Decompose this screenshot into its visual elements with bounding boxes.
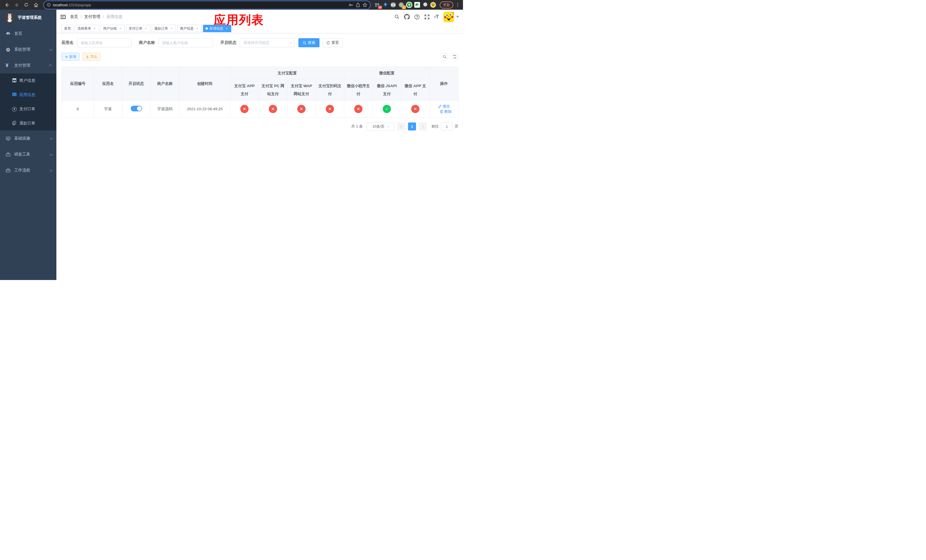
- col-wx-jsapi: 微信 JSAPI 支付: [373, 80, 401, 101]
- browser-home-button[interactable]: [32, 1, 40, 9]
- cell-status: [122, 101, 151, 118]
- download-icon: [86, 55, 89, 58]
- sidebar-item-home[interactable]: 首页: [0, 26, 56, 42]
- search-icon[interactable]: [394, 14, 399, 20]
- sidebar-item-label: 研发工具: [14, 152, 50, 157]
- sidebar-menu: 首页 系统管理 支付管理 商户信息: [0, 26, 56, 178]
- sidebar-collapse-icon[interactable]: [61, 15, 66, 20]
- extension-kite-icon[interactable]: [382, 2, 388, 8]
- extension-chat-icon[interactable]: [414, 2, 420, 8]
- profile-emoji-avatar[interactable]: [430, 2, 436, 8]
- info-icon[interactable]: [47, 3, 51, 7]
- help-icon[interactable]: [414, 14, 420, 20]
- user-avatar-menu[interactable]: [443, 12, 459, 22]
- document-copy-icon: [12, 121, 20, 126]
- sidebar-item-label: 商户信息: [20, 78, 35, 83]
- breadcrumb-separator: /: [80, 15, 82, 19]
- search-button[interactable]: 搜索: [298, 38, 319, 47]
- browser-back-button[interactable]: [3, 1, 11, 9]
- status-toggle[interactable]: [131, 106, 142, 111]
- tab-user-group[interactable]: 用户分组: [100, 25, 125, 32]
- sidebar-item-dev-tools[interactable]: 研发工具: [0, 147, 56, 162]
- bookmark-star-icon[interactable]: [363, 3, 367, 8]
- sidebar-item-merchant-info[interactable]: 商户信息: [0, 74, 56, 88]
- close-icon[interactable]: [118, 27, 122, 30]
- extension-command-icon[interactable]: [390, 2, 396, 8]
- toggle-search-button[interactable]: [441, 53, 448, 61]
- sidebar-item-infrastructure[interactable]: 基础设施: [0, 130, 56, 147]
- goto-page-input[interactable]: [441, 123, 452, 130]
- col-created: 创建时间: [179, 67, 230, 101]
- refresh-icon: [326, 41, 330, 45]
- sidebar-item-payment[interactable]: 支付管理: [0, 58, 56, 74]
- filter-form: 应用名 商户名称 开启状态 请选择开启状态 搜索 重置: [62, 38, 458, 47]
- sidebar-item-pay-orders[interactable]: 支付订单: [0, 102, 56, 116]
- status-select[interactable]: 请选择开启状态: [240, 38, 294, 47]
- font-size-icon[interactable]: [434, 14, 439, 20]
- extension-y-icon[interactable]: [406, 2, 412, 8]
- sidebar-item-label: 系统管理: [14, 47, 50, 52]
- add-button[interactable]: 新增: [62, 53, 79, 61]
- next-page-button[interactable]: [419, 123, 427, 130]
- app-name-input[interactable]: [77, 38, 132, 47]
- fullscreen-icon[interactable]: [424, 14, 430, 20]
- password-key-icon[interactable]: [348, 3, 353, 8]
- browser-forward-button[interactable]: [12, 1, 21, 9]
- group-wechat-config: 微信配置: [344, 67, 430, 80]
- tab-pay-orders[interactable]: 支付订单: [126, 25, 150, 32]
- cell-alipay-wap: [287, 101, 316, 118]
- browser-update-button[interactable]: 更新: [440, 2, 453, 9]
- avatar-caret-icon[interactable]: [456, 16, 459, 18]
- tab-home[interactable]: 首页: [62, 25, 73, 32]
- browser-reload-button[interactable]: [22, 1, 30, 9]
- url-bar[interactable]: localhost:1024/pay/app: [44, 1, 370, 9]
- sidebar-item-workflow[interactable]: 工作流程: [0, 162, 56, 178]
- url-text[interactable]: localhost:1024/pay/app: [53, 3, 346, 7]
- page-number-1[interactable]: 1: [408, 123, 416, 130]
- page-size-select[interactable]: 10条/页: [367, 123, 394, 130]
- export-button[interactable]: 导出: [82, 53, 100, 61]
- sidebar-item-refund-orders[interactable]: 退款订单: [0, 116, 56, 130]
- close-icon[interactable]: [93, 27, 97, 30]
- col-wx-app: 微信 APP 支付: [401, 80, 430, 101]
- extension-blocks-icon[interactable]: 10: [374, 2, 380, 8]
- cell-wx-lite: [344, 101, 373, 118]
- refresh-table-button[interactable]: [451, 53, 458, 61]
- prev-page-button[interactable]: [397, 123, 405, 130]
- chevron-down-icon: [50, 48, 53, 51]
- tab-merchant-info[interactable]: 商户信息: [177, 25, 201, 32]
- extension-camera-icon[interactable]: 1: [398, 2, 404, 8]
- breadcrumb-home[interactable]: 首页: [70, 14, 78, 20]
- sidebar-item-system[interactable]: 系统管理: [0, 42, 56, 58]
- delete-link[interactable]: 删除: [440, 109, 452, 114]
- browser-menu-icon[interactable]: [455, 3, 460, 7]
- col-alipay-wap: 支付宝 WAP 网站支付: [287, 80, 316, 101]
- breadcrumb-payment[interactable]: 支付管理: [84, 14, 100, 20]
- chevron-down-icon: [50, 168, 53, 171]
- table-toolbar: 新增 导出: [62, 53, 458, 61]
- monitor-chart-icon: [6, 136, 12, 141]
- sidebar-item-app-info[interactable]: 应用信息: [0, 88, 56, 102]
- edit-link[interactable]: 修改: [438, 104, 450, 109]
- status-check-icon: [383, 105, 391, 113]
- close-icon[interactable]: [144, 27, 148, 30]
- col-status: 开启状态: [122, 67, 151, 101]
- goto-page: 前往 页: [431, 123, 458, 130]
- share-icon[interactable]: [356, 3, 360, 7]
- tab-process-form[interactable]: 流程表单: [75, 25, 99, 32]
- reset-button[interactable]: 重置: [322, 38, 343, 47]
- annotation-app-list: 应用列表: [214, 12, 264, 28]
- back-arrow-icon: [5, 3, 9, 8]
- forward-arrow-icon: [14, 3, 19, 8]
- close-icon[interactable]: [170, 27, 173, 30]
- refresh-icon: [453, 55, 457, 59]
- user-avatar[interactable]: [443, 12, 454, 22]
- extensions-puzzle-icon[interactable]: [422, 2, 428, 8]
- sidebar-logo[interactable]: 芋道管理系统: [0, 10, 56, 26]
- tab-refund-orders[interactable]: 退款订单: [152, 25, 176, 32]
- merchant-name-input[interactable]: [158, 38, 213, 47]
- close-icon[interactable]: [195, 27, 199, 30]
- status-cross-icon: [297, 105, 306, 113]
- cell-app-id: 6: [62, 101, 94, 118]
- github-icon[interactable]: [404, 14, 410, 20]
